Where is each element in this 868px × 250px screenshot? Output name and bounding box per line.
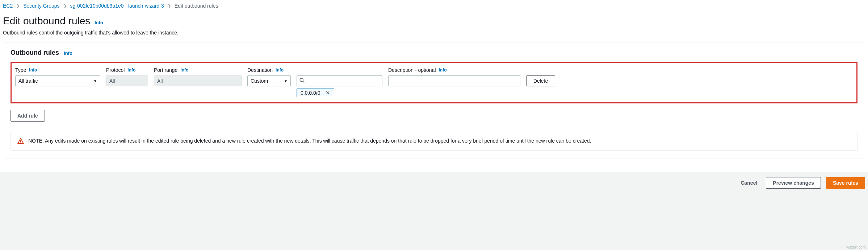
description-input[interactable] xyxy=(388,75,520,86)
remove-tag-icon[interactable]: ✕ xyxy=(324,90,332,96)
destination-search-input[interactable] xyxy=(297,75,382,86)
breadcrumb-link-sg[interactable]: sg-002fe10b00db3a1e0 - launch-wizard-3 xyxy=(70,3,164,9)
info-link-header[interactable]: Info xyxy=(95,20,103,25)
label-type: Type xyxy=(15,67,26,73)
label-protocol: Protocol xyxy=(106,67,125,73)
add-rule-button[interactable]: Add rule xyxy=(11,110,45,122)
delete-button[interactable]: Delete xyxy=(526,75,555,86)
destination-type-value: Custom xyxy=(251,78,268,84)
chevron-down-icon: ▼ xyxy=(284,79,288,83)
warning-icon xyxy=(17,138,24,144)
col-type: Type Info All traffic ▼ xyxy=(15,67,100,86)
note-text: NOTE: Any edits made on existing rules w… xyxy=(28,138,591,144)
breadcrumb-link-ec2[interactable]: EC2 xyxy=(3,3,13,9)
outbound-rules-panel: Outbound rules Info Type Info All traffi… xyxy=(3,42,865,159)
info-link-type[interactable]: Info xyxy=(29,67,37,73)
chevron-right-icon: ❯ xyxy=(63,4,67,8)
info-link-panel[interactable]: Info xyxy=(64,50,72,56)
col-description: Description - optional Info xyxy=(388,67,520,86)
panel-title: Outbound rules Info xyxy=(11,49,857,57)
preview-changes-button[interactable]: Preview changes xyxy=(766,177,821,189)
info-link-port[interactable]: Info xyxy=(180,67,188,73)
info-link-protocol[interactable]: Info xyxy=(127,67,135,73)
label-destination: Destination xyxy=(247,67,273,73)
col-port-range: Port range Info xyxy=(154,67,242,86)
svg-point-3 xyxy=(20,142,21,143)
footer: Cancel Preview changes Save rules xyxy=(0,172,868,190)
save-rules-button[interactable]: Save rules xyxy=(826,177,865,189)
label-description: Description - optional xyxy=(388,67,436,73)
info-link-destination[interactable]: Info xyxy=(276,67,284,73)
cancel-button[interactable]: Cancel xyxy=(737,178,761,188)
breadcrumb: EC2 ❯ Security Groups ❯ sg-002fe10b00db3… xyxy=(3,3,865,12)
chevron-right-icon: ❯ xyxy=(16,4,20,8)
rules-highlight-box: Type Info All traffic ▼ Protocol Info xyxy=(11,62,857,103)
breadcrumb-current: Edit outbound rules xyxy=(175,3,218,9)
chevron-down-icon: ▼ xyxy=(93,79,97,83)
info-link-description[interactable]: Info xyxy=(439,67,447,73)
type-select[interactable]: All traffic ▼ xyxy=(15,75,100,86)
destination-cidr-value: 0.0.0.0/0 xyxy=(301,90,320,96)
panel-title-text: Outbound rules xyxy=(11,49,59,56)
page-description: Outbound rules control the outgoing traf… xyxy=(3,30,865,36)
page-title: Edit outbound rules xyxy=(3,15,90,27)
col-destination: Destination Info Custom ▼ xyxy=(247,67,382,97)
destination-type-select[interactable]: Custom ▼ xyxy=(247,75,291,86)
col-delete: . Delete xyxy=(526,67,555,86)
col-protocol: Protocol Info xyxy=(106,67,148,86)
type-select-value: All traffic xyxy=(18,78,38,84)
port-range-input xyxy=(154,75,242,86)
note-box: NOTE: Any edits made on existing rules w… xyxy=(11,132,857,151)
protocol-input xyxy=(106,75,148,86)
chevron-right-icon: ❯ xyxy=(168,4,171,8)
destination-cidr-tag: 0.0.0.0/0 ✕ xyxy=(297,89,334,97)
breadcrumb-link-security-groups[interactable]: Security Groups xyxy=(23,3,59,9)
label-port-range: Port range xyxy=(154,67,177,73)
